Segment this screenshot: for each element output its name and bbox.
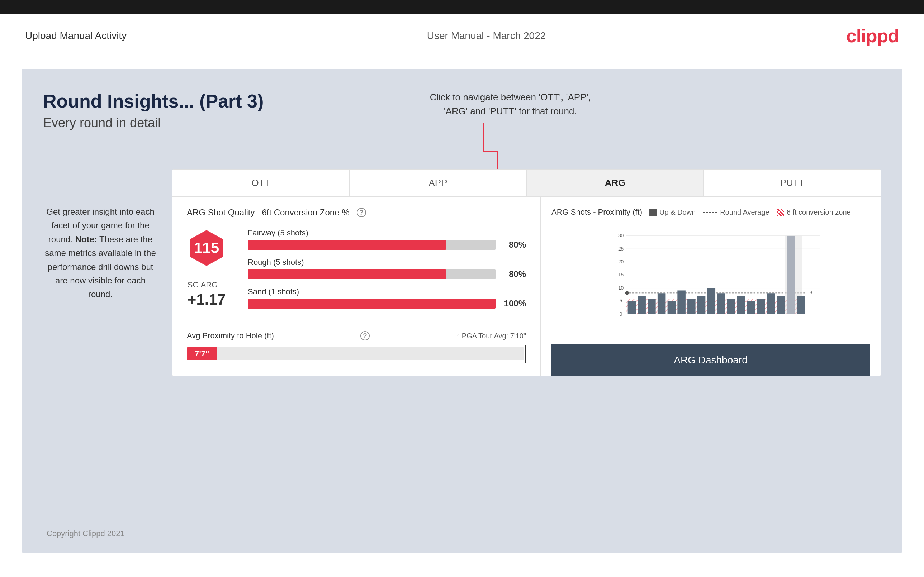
bar-percent-sand: 100% bbox=[501, 298, 526, 309]
right-panel: ARG Shots - Proximity (ft) Up & Down Rou… bbox=[541, 197, 880, 376]
bar-wrapper-rough: 80% bbox=[248, 269, 526, 279]
proximity-label: Avg Proximity to Hole (ft) bbox=[187, 331, 274, 340]
svg-text:25: 25 bbox=[618, 246, 624, 251]
legend-6ft: 6 ft conversion zone bbox=[777, 208, 851, 216]
svg-rect-37 bbox=[747, 301, 755, 314]
legend-hatched-icon bbox=[777, 209, 784, 216]
svg-text:0: 0 bbox=[620, 311, 622, 317]
clippd-logo: clippd bbox=[846, 25, 899, 47]
svg-rect-29 bbox=[668, 301, 676, 314]
bar-track-sand bbox=[248, 298, 496, 309]
proximity-section: Avg Proximity to Hole (ft) ? ↑ PGA Tour … bbox=[187, 324, 526, 363]
arg-dashboard-button[interactable]: ARG Dashboard bbox=[551, 345, 870, 376]
svg-rect-30 bbox=[677, 290, 686, 314]
proximity-bar-track: 7'7" bbox=[187, 347, 524, 360]
svg-text:5: 5 bbox=[620, 298, 622, 303]
bar-wrapper-sand: 100% bbox=[248, 298, 526, 309]
bar-row-fairway: Fairway (5 shots) 80% bbox=[248, 228, 526, 250]
proximity-bar-fill: 7'7" bbox=[187, 347, 217, 360]
shot-quality-label: ARG Shot Quality bbox=[187, 208, 255, 218]
svg-rect-42 bbox=[797, 296, 805, 314]
svg-rect-34 bbox=[717, 293, 725, 314]
bar-row-sand: Sand (1 shots) 100% bbox=[248, 287, 526, 309]
svg-rect-36 bbox=[737, 296, 745, 314]
svg-rect-32 bbox=[698, 296, 706, 314]
nav-annotation: Click to navigate between 'OTT', 'APP','… bbox=[430, 90, 591, 118]
proximity-cursor bbox=[525, 345, 526, 363]
svg-rect-26 bbox=[638, 296, 646, 314]
bar-track-rough bbox=[248, 269, 496, 279]
svg-rect-39 bbox=[767, 293, 775, 314]
svg-rect-40 bbox=[777, 296, 785, 314]
left-panel: ARG Shot Quality 6ft Conversion Zone % ?… bbox=[173, 197, 541, 376]
pga-tour-avg: ↑ PGA Tour Avg: 7'10" bbox=[456, 332, 526, 340]
svg-text:30: 30 bbox=[618, 232, 624, 239]
shot-quality-row: 115 SG ARG +1.17 Fairway (5 shots) bbox=[187, 228, 526, 316]
svg-text:8: 8 bbox=[809, 290, 813, 295]
upload-manual-label: Upload Manual Activity bbox=[25, 30, 126, 42]
sg-value: +1.17 bbox=[187, 291, 226, 308]
tab-putt[interactable]: PUTT bbox=[704, 169, 880, 197]
user-manual-date: User Manual - March 2022 bbox=[427, 30, 546, 42]
bar-fill-fairway bbox=[248, 240, 446, 250]
tabs-bar: OTT APP ARG PUTT bbox=[173, 169, 880, 197]
legend-up-down: Up & Down bbox=[649, 208, 696, 216]
svg-rect-35 bbox=[727, 298, 735, 314]
bar-label-rough: Rough (5 shots) bbox=[248, 258, 526, 267]
chart-svg: 0 5 10 15 20 25 30 bbox=[566, 224, 870, 317]
sg-section: SG ARG +1.17 bbox=[187, 275, 226, 308]
bar-label-sand: Sand (1 shots) bbox=[248, 287, 526, 297]
svg-rect-25 bbox=[628, 301, 636, 314]
svg-text:20: 20 bbox=[618, 259, 624, 264]
right-panel-title: ARG Shots - Proximity (ft) bbox=[551, 208, 642, 217]
tab-app[interactable]: APP bbox=[350, 169, 527, 197]
right-panel-header: ARG Shots - Proximity (ft) Up & Down Rou… bbox=[551, 208, 870, 217]
main-content: Round Insights... (Part 3) Every round i… bbox=[21, 69, 903, 553]
tab-ott[interactable]: OTT bbox=[173, 169, 350, 197]
sg-label: SG ARG bbox=[187, 280, 226, 290]
hex-value: 115 bbox=[194, 239, 219, 256]
svg-rect-38 bbox=[757, 298, 765, 314]
bars-section: Fairway (5 shots) 80% Rough (5 shots) bbox=[248, 228, 526, 316]
svg-point-20 bbox=[625, 291, 629, 295]
proximity-header: Avg Proximity to Hole (ft) ? ↑ PGA Tour … bbox=[187, 331, 526, 340]
bar-percent-fairway: 80% bbox=[501, 240, 526, 250]
bar-fill-sand bbox=[248, 298, 496, 309]
legend-dashed-icon bbox=[703, 212, 717, 213]
hexagon: 115 bbox=[187, 228, 226, 268]
bar-label-fairway: Fairway (5 shots) bbox=[248, 228, 526, 238]
header: Upload Manual Activity User Manual - Mar… bbox=[0, 15, 924, 55]
svg-rect-41 bbox=[787, 236, 795, 314]
conversion-label: 6ft Conversion Zone % bbox=[262, 208, 349, 218]
svg-rect-31 bbox=[687, 298, 696, 314]
proximity-help-icon[interactable]: ? bbox=[360, 331, 370, 340]
footer-copyright: Copyright Clippd 2021 bbox=[47, 529, 125, 538]
svg-rect-27 bbox=[648, 298, 656, 314]
legend-round-avg: Round Average bbox=[703, 208, 769, 216]
panel-header: ARG Shot Quality 6ft Conversion Zone % ? bbox=[187, 208, 526, 218]
left-description: Get greater insight into each facet of y… bbox=[43, 205, 158, 301]
legend-round-avg-label: Round Average bbox=[720, 208, 769, 216]
chart-area: 0 5 10 15 20 25 30 bbox=[551, 224, 870, 345]
bar-percent-rough: 80% bbox=[501, 269, 526, 279]
dashboard-card: OTT APP ARG PUTT ARG Shot Quality 6ft Co… bbox=[172, 169, 881, 376]
hex-container: 115 SG ARG +1.17 bbox=[187, 228, 226, 308]
svg-text:15: 15 bbox=[618, 272, 624, 277]
bar-wrapper-fairway: 80% bbox=[248, 240, 526, 250]
legend-up-down-label: Up & Down bbox=[659, 208, 696, 216]
card-body: ARG Shot Quality 6ft Conversion Zone % ?… bbox=[173, 197, 880, 376]
legend-6ft-label: 6 ft conversion zone bbox=[787, 208, 851, 216]
legend-box-icon bbox=[649, 209, 656, 216]
bar-row-rough: Rough (5 shots) 80% bbox=[248, 258, 526, 279]
tab-arg[interactable]: ARG bbox=[527, 169, 704, 197]
svg-rect-28 bbox=[657, 293, 666, 314]
svg-text:10: 10 bbox=[618, 285, 624, 291]
top-bar bbox=[0, 0, 924, 15]
svg-rect-33 bbox=[708, 288, 716, 314]
help-icon[interactable]: ? bbox=[357, 208, 366, 217]
proximity-bar-wrapper: 7'7" bbox=[187, 345, 526, 363]
bar-track-fairway bbox=[248, 240, 496, 250]
bar-fill-rough bbox=[248, 269, 446, 279]
